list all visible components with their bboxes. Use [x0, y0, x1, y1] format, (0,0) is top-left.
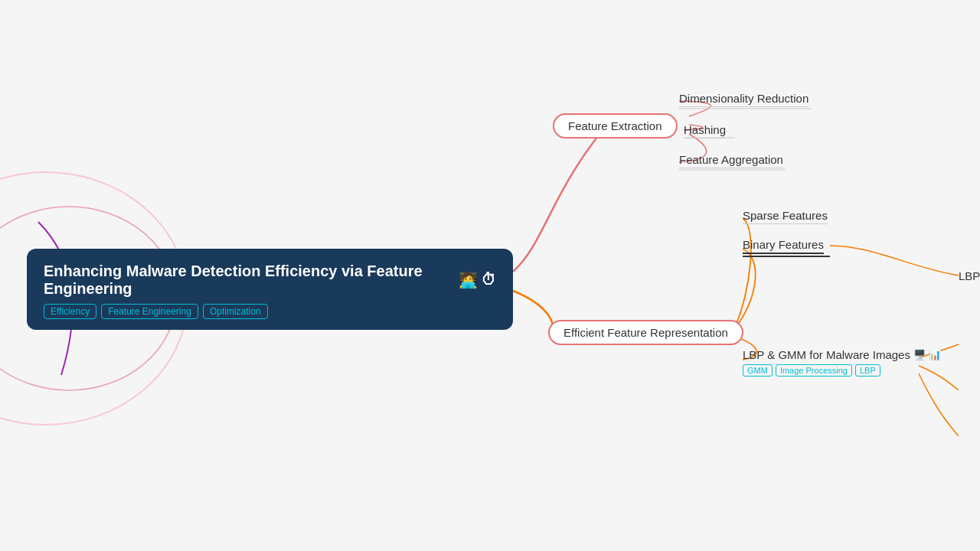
tag-feature-engineering: Feature Engineering	[101, 304, 198, 319]
node-lbp-gmm[interactable]: LBP & GMM for Malware Images 🖥️ 📊 GMM Im…	[743, 348, 941, 377]
tag-lbp: LBP	[855, 364, 880, 377]
node-feature-extraction[interactable]: Feature Extraction	[553, 113, 678, 139]
root-node[interactable]: Enhancing Malware Detection Efficiency v…	[27, 249, 513, 330]
binary-features-label: Binary Features	[743, 238, 824, 254]
root-tags: Efficiency Feature Engineering Optimizat…	[44, 304, 496, 319]
efficient-feature-label: Efficient Feature Representation	[564, 326, 728, 339]
tag-gmm: GMM	[743, 364, 773, 377]
tag-image-processing: Image Processing	[776, 364, 852, 377]
root-icons: 🧑‍💻 ⏱	[459, 271, 496, 289]
monitor-icon: 🖥️	[913, 349, 926, 360]
root-title: Enhancing Malware Detection Efficiency v…	[44, 262, 496, 298]
node-sparse-features: Sparse Features	[743, 209, 828, 222]
node-feature-aggregation: Feature Aggregation	[679, 153, 783, 166]
feature-aggregation-label: Feature Aggregation	[679, 153, 783, 168]
hashing-label: Hashing	[684, 123, 726, 139]
dim-reduction-label: Dimensionality Reduction	[679, 92, 808, 107]
tag-optimization: Optimization	[203, 304, 268, 319]
node-efficient-feature[interactable]: Efficient Feature Representation	[548, 320, 743, 345]
node-hashing: Hashing	[684, 123, 726, 136]
partial-lbp-label: LBP	[959, 269, 978, 282]
sparse-features-label: Sparse Features	[743, 209, 828, 224]
feature-extraction-label: Feature Extraction	[568, 119, 662, 132]
lbp-gmm-label: LBP & GMM for Malware Images	[743, 348, 910, 361]
person-icon: 🧑‍💻	[459, 271, 478, 289]
root-title-text: Enhancing Malware Detection Efficiency v…	[44, 262, 448, 298]
tag-efficiency: Efficiency	[44, 304, 96, 319]
partial-lbp: LBP...	[959, 269, 980, 282]
timer-icon: ⏱	[481, 271, 496, 289]
chart-icon: 📊	[929, 349, 941, 360]
node-dim-reduction: Dimensionality Reduction	[679, 92, 808, 105]
mind-map-canvas: Enhancing Malware Detection Efficiency v…	[0, 0, 980, 551]
lbp-gmm-tags: GMM Image Processing LBP	[743, 364, 941, 377]
node-binary-features: Binary Features	[743, 238, 824, 251]
lbp-gmm-title: LBP & GMM for Malware Images 🖥️ 📊	[743, 348, 941, 361]
